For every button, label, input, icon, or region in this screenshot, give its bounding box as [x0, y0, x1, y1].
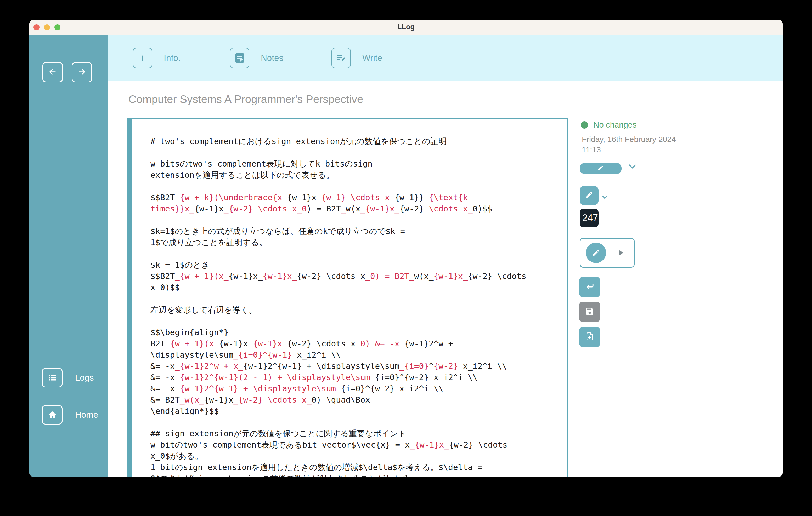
run-entry-box[interactable] — [580, 238, 635, 268]
code-editor[interactable]: # two's complementにおけるsign extensionが元の数… — [127, 118, 568, 477]
code-line[interactable]: x_0)$$ — [150, 282, 560, 293]
code-line[interactable]: 0$であればsign extensionの前後で数値が保存されることがわかる。 — [150, 473, 560, 477]
submit-button[interactable] — [579, 277, 600, 297]
pencil-icon — [598, 165, 604, 172]
code-line[interactable]: extensionを適用することは以下の式で表せる。 — [150, 170, 560, 181]
forward-button[interactable] — [72, 62, 92, 82]
entry-date: Friday, 16th February 2024 — [582, 135, 676, 144]
status-dot-icon — [581, 121, 588, 129]
back-button[interactable] — [42, 62, 63, 82]
notes-icon — [230, 48, 249, 68]
window-title: LLog — [29, 20, 783, 34]
edit-square-button[interactable] — [580, 186, 599, 205]
save-button[interactable] — [579, 302, 600, 322]
chevron-down-icon[interactable] — [628, 164, 636, 171]
main-area: i Info. Notes Write — [108, 35, 783, 477]
code-line[interactable]: 1 bitのsign extensionを適用したときの数値の増減$\delta… — [150, 462, 560, 473]
code-line[interactable]: # two's complementにおけるsign extensionが元の数… — [150, 136, 560, 147]
code-line[interactable] — [150, 214, 560, 225]
entry-time: 11:13 — [582, 145, 601, 154]
tab-notes[interactable]: Notes — [230, 48, 283, 68]
code-line[interactable] — [150, 147, 560, 158]
code-line[interactable]: times}}x_{w-1}x_{w-2} \cdots x_0) = B2T_… — [150, 203, 560, 214]
file-plus-icon — [585, 332, 594, 342]
new-file-button[interactable] — [579, 327, 600, 347]
write-icon — [331, 48, 351, 68]
code-line[interactable]: \end{align*}$$ — [150, 405, 560, 417]
chevron-down-icon[interactable] — [602, 195, 608, 201]
code-line[interactable]: $k = 1$のとき — [150, 259, 560, 271]
play-icon[interactable] — [619, 250, 624, 256]
code-line[interactable]: $$B2T_{w + 1}(x_{w-1}x_{w-1}x_{w-2} \cdo… — [150, 271, 560, 282]
code-line[interactable]: x_0$がある。 — [150, 450, 560, 462]
home-icon — [42, 405, 62, 425]
list-icon — [42, 368, 62, 387]
code-line[interactable] — [150, 417, 560, 428]
tab-label: Notes — [261, 53, 283, 63]
code-line[interactable]: 左辺を変形して右辺を導く。 — [150, 304, 560, 315]
code-line[interactable] — [150, 248, 560, 259]
info-icon: i — [133, 48, 152, 68]
page-title: Computer Systems A Programmer's Perspect… — [128, 93, 363, 105]
sidebar-item-label: Logs — [75, 373, 94, 383]
app-window: LLog Logs — [29, 20, 783, 477]
code-line[interactable]: $k=1$のとき上の式が成り立つならば、任意のkで成り立つので$k = — [150, 225, 560, 237]
status-label: No changes — [593, 120, 636, 130]
top-navigation: i Info. Notes Write — [108, 35, 783, 81]
code-line[interactable] — [150, 181, 560, 192]
code-line[interactable]: w bitのtwo's complement表現であるbit vector$\v… — [150, 439, 560, 450]
code-line[interactable]: &= B2T_w(x_{w-1}x_{w-2} \cdots x_0) \qua… — [150, 394, 560, 405]
pencil-circle-icon — [586, 243, 606, 263]
save-icon — [585, 307, 594, 317]
code-line[interactable]: &= -x_{w-1}2^{w-1}(2 - 1) + \displaystyl… — [150, 372, 560, 383]
code-line[interactable] — [150, 293, 560, 304]
tab-info[interactable]: i Info. — [133, 48, 180, 68]
pencil-icon — [585, 191, 593, 200]
code-line[interactable]: ## sign extensionが元の数値を保つことに関する重要なポイント — [150, 428, 560, 439]
sidebar-item-logs[interactable]: Logs — [42, 368, 94, 387]
sidebar-item-label: Home — [75, 410, 98, 420]
code-line[interactable]: \displaystyle\sum_{i=0}^{w-1} x_i2^i \\ — [150, 349, 560, 361]
code-line[interactable] — [150, 315, 560, 327]
desktop-background: LLog Logs — [0, 0, 812, 516]
return-arrow-icon — [585, 281, 594, 293]
arrow-right-icon — [77, 67, 87, 78]
tab-write[interactable]: Write — [331, 48, 382, 68]
code-line[interactable]: $$\begin{align*} — [150, 327, 560, 338]
sidebar-item-home[interactable]: Home — [42, 405, 98, 425]
code-line[interactable]: $$B2T_{w + k}(\underbrace{x_{w-1}x_{w-1}… — [150, 192, 560, 203]
tab-label: Info. — [164, 53, 180, 63]
status-row: No changes — [581, 120, 636, 130]
code-line[interactable]: B2T_{w + 1}(x_{w-1}x_{w-1}x_{w-2} \cdots… — [150, 338, 560, 349]
code-line[interactable]: &= -x_{w-1}2^w + x_{w-1}2^{w-1} + \displ… — [150, 361, 560, 372]
counter-badge: 247 — [580, 209, 599, 227]
code-line[interactable]: &= -x_{w-1}2^{w-1} + \displaystyle\sum_{… — [150, 383, 560, 394]
code-line[interactable]: w bitsのtwo's complement表現に対してk bitsのsign — [150, 158, 560, 170]
code-line[interactable]: 1$で成り立つことを証明する。 — [150, 237, 560, 248]
arrow-left-icon — [48, 67, 57, 78]
tab-label: Write — [362, 53, 382, 63]
titlebar: LLog — [29, 20, 783, 35]
right-panel: No changes Friday, 16th February 2024 11… — [580, 120, 669, 408]
sidebar: Logs Home — [29, 35, 108, 477]
edit-pill-button[interactable] — [580, 163, 621, 174]
